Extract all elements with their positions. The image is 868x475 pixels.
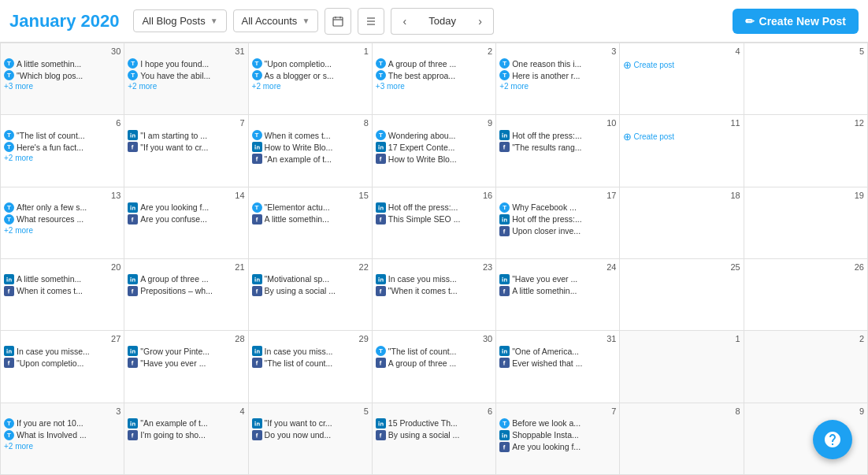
list-item[interactable]: T"The list of count...	[376, 346, 492, 356]
create-post-link[interactable]: ⊕Create post	[623, 59, 740, 71]
accounts-filter[interactable]: All Accounts ▼	[233, 9, 319, 32]
calendar-day: 24"Have you ever ...A little somethin...	[496, 259, 620, 331]
list-item[interactable]: Are you looking f...	[499, 442, 616, 452]
list-item[interactable]: "When it comes t...	[376, 286, 492, 296]
prev-button[interactable]: ‹	[391, 8, 417, 35]
post-text: How to Write Blo...	[265, 143, 333, 152]
list-item[interactable]: 17 Expert Conte...	[376, 142, 492, 152]
list-item[interactable]: Hot off the press:...	[499, 214, 616, 225]
next-button[interactable]: ›	[467, 8, 494, 35]
list-item[interactable]: T"The list of count...	[4, 130, 121, 140]
calendar-view-button[interactable]	[325, 8, 351, 35]
list-item[interactable]: "One of America...	[499, 346, 616, 356]
post-text: Do you now und...	[265, 430, 332, 440]
list-view-button[interactable]	[358, 8, 384, 35]
list-item[interactable]: THere is another r...	[499, 70, 616, 80]
list-item[interactable]: TOne reason this i...	[499, 58, 616, 69]
post-text: Are you looking f...	[140, 202, 209, 212]
list-item[interactable]: Shoppable Insta...	[499, 430, 616, 440]
calendar-day: 26	[744, 259, 868, 331]
list-item[interactable]: TBefore we look a...	[499, 418, 616, 429]
list-item[interactable]: Are you looking f...	[128, 202, 244, 213]
list-item[interactable]: Are you confuse...	[128, 214, 244, 225]
list-item[interactable]: TWhy Facebook ...	[499, 202, 616, 213]
list-item[interactable]: TAfter only a few s...	[4, 202, 121, 213]
list-item[interactable]: "An example of t...	[252, 154, 369, 164]
list-item[interactable]: Prepositions – wh...	[128, 286, 244, 296]
list-item[interactable]: Hot off the press:...	[376, 202, 492, 213]
list-item[interactable]: "Motivational sp...	[252, 274, 369, 284]
list-item[interactable]: By using a social ...	[252, 286, 369, 296]
list-item[interactable]: T"Which blog pos...	[4, 70, 121, 80]
list-item[interactable]: This Simple SEO ...	[376, 214, 492, 225]
more-link[interactable]: +2 more	[252, 82, 369, 91]
list-item[interactable]: "Have you ever ...	[499, 274, 616, 284]
more-link[interactable]: +3 more	[376, 82, 492, 91]
list-item[interactable]: TThe best approa...	[376, 70, 492, 80]
list-item[interactable]: TWondering abou...	[376, 130, 492, 140]
list-item[interactable]: T"Upon completio...	[252, 58, 369, 69]
list-item[interactable]: TWhat is Involved ...	[4, 430, 121, 440]
list-item[interactable]: By using a social ...	[376, 430, 492, 440]
list-item[interactable]: "I am starting to ...	[128, 130, 244, 140]
create-new-post-button[interactable]: ✏ Create New Post	[733, 9, 859, 34]
list-item[interactable]: A group of three ...	[128, 274, 244, 284]
list-item[interactable]: "An example of t...	[128, 418, 244, 429]
facebook-icon	[499, 286, 510, 296]
list-item[interactable]: A group of three ...	[376, 358, 492, 368]
list-item[interactable]: In case you miss...	[376, 274, 492, 284]
more-link[interactable]: +2 more	[499, 82, 616, 91]
facebook-icon	[128, 430, 138, 440]
list-item[interactable]: A little somethin...	[499, 286, 616, 296]
list-item[interactable]: Hot off the press:...	[499, 130, 616, 140]
day-number: 19	[747, 191, 864, 200]
list-item[interactable]: THere's a fun fact...	[4, 142, 121, 152]
list-item[interactable]: "Have you ever ...	[128, 358, 244, 368]
list-item[interactable]: "The list of count...	[252, 358, 369, 368]
list-item[interactable]: A little somethin...	[4, 274, 121, 284]
list-item[interactable]: Ever wished that ...	[499, 358, 616, 368]
more-link[interactable]: +2 more	[4, 226, 121, 235]
list-item[interactable]: "If you want to cr...	[252, 418, 369, 429]
list-item[interactable]: "The results rang...	[499, 142, 616, 152]
more-link[interactable]: +3 more	[4, 82, 121, 91]
list-item[interactable]: T"Elementor actu...	[252, 202, 369, 213]
post-text: In case you miss...	[388, 274, 457, 284]
today-button[interactable]: Today	[417, 8, 467, 35]
list-item[interactable]: TIf you are not 10...	[4, 418, 121, 429]
list-item[interactable]: TYou have the abil...	[128, 70, 244, 80]
calendar-day: 13TAfter only a few s...TWhat resources …	[1, 187, 124, 259]
list-item[interactable]: A little somethin...	[252, 214, 369, 225]
list-item[interactable]: TAs a blogger or s...	[252, 70, 369, 80]
list-item[interactable]: Upon closer inve...	[499, 226, 616, 236]
list-item[interactable]: I'm going to sho...	[128, 430, 244, 440]
list-item[interactable]: "Upon completio...	[4, 358, 121, 368]
day-number: 23	[376, 262, 492, 272]
list-item[interactable]: TWhat resources ...	[4, 214, 121, 225]
list-item[interactable]: "Grow your Pinte...	[128, 346, 244, 356]
support-fab-button[interactable]	[813, 420, 852, 459]
post-text: "Upon completio...	[17, 358, 83, 368]
list-item[interactable]: In case you misse...	[4, 346, 121, 356]
list-item[interactable]: Do you now und...	[252, 430, 369, 440]
list-item[interactable]: "If you want to cr...	[128, 142, 244, 152]
more-link[interactable]: +2 more	[4, 442, 121, 451]
list-item[interactable]: TA group of three ...	[376, 58, 492, 69]
post-text: I'm going to sho...	[140, 430, 206, 440]
more-link[interactable]: +2 more	[128, 82, 244, 91]
list-item[interactable]: 15 Productive Th...	[376, 418, 492, 429]
list-item[interactable]: In case you miss...	[252, 346, 369, 356]
list-item[interactable]: When it comes t...	[4, 286, 121, 296]
create-post-link[interactable]: ⊕Create post	[623, 131, 740, 143]
list-item[interactable]: How to Write Blo...	[252, 142, 369, 152]
list-item[interactable]: How to Write Blo...	[376, 154, 492, 164]
list-item[interactable]: TWhen it comes t...	[252, 130, 369, 140]
list-item[interactable]: TI hope you found...	[128, 58, 244, 69]
blog-posts-filter[interactable]: All Blog Posts ▼	[133, 9, 226, 32]
list-item[interactable]: TA little somethin...	[4, 58, 121, 69]
facebook-icon	[128, 286, 138, 296]
linkedin-icon	[128, 202, 138, 213]
more-link[interactable]: +2 more	[4, 154, 121, 162]
twitter-icon: T	[4, 58, 14, 69]
facebook-icon	[499, 442, 510, 452]
